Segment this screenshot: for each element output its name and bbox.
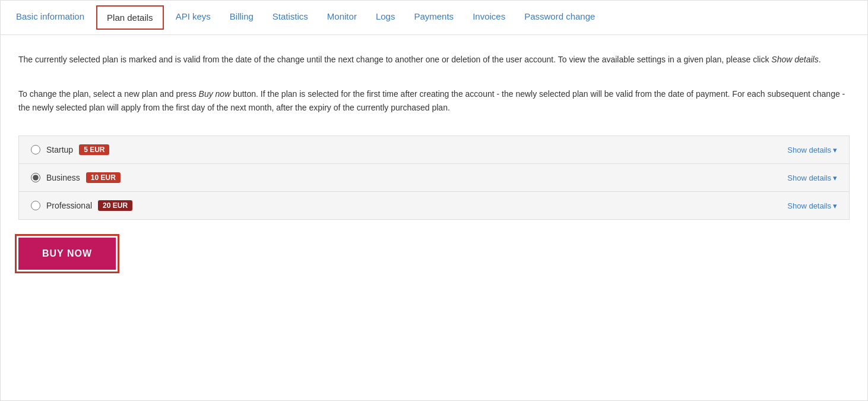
buy-now-link-text: Buy now bbox=[199, 89, 231, 99]
tab-api-keys[interactable]: API keys bbox=[166, 1, 220, 34]
description-2-start: To change the plan, select a new plan an… bbox=[18, 89, 199, 99]
plan-radio-business[interactable] bbox=[31, 173, 40, 182]
plan-radio-professional[interactable] bbox=[31, 201, 40, 210]
buy-now-button[interactable]: BUY NOW bbox=[18, 238, 116, 270]
description-paragraph-2: To change the plan, select a new plan an… bbox=[18, 87, 850, 114]
plan-row-startup: Startup 5 EUR Show details ▾ bbox=[19, 136, 849, 164]
plan-left-business: Business 10 EUR bbox=[31, 172, 121, 183]
tab-payments[interactable]: Payments bbox=[404, 1, 463, 34]
plan-badge-professional: 20 EUR bbox=[98, 200, 132, 211]
plan-badge-business: 10 EUR bbox=[86, 172, 121, 183]
chevron-startup-icon: ▾ bbox=[833, 146, 837, 154]
show-details-startup[interactable]: Show details ▾ bbox=[787, 146, 837, 154]
tab-logs[interactable]: Logs bbox=[366, 1, 405, 34]
plan-badge-startup: 5 EUR bbox=[79, 144, 109, 155]
chevron-business-icon: ▾ bbox=[833, 173, 837, 182]
tab-basic-information[interactable]: Basic information bbox=[7, 1, 94, 34]
plan-radio-startup[interactable] bbox=[31, 145, 40, 154]
plan-name-professional: Professional bbox=[46, 201, 92, 210]
plan-left-startup: Startup 5 EUR bbox=[31, 144, 109, 155]
chevron-professional-icon: ▾ bbox=[833, 201, 837, 210]
plan-list: Startup 5 EUR Show details ▾ Business 10… bbox=[18, 135, 850, 220]
plan-left-professional: Professional 20 EUR bbox=[31, 200, 132, 211]
show-details-professional[interactable]: Show details ▾ bbox=[787, 201, 837, 210]
main-content: The currently selected plan is marked an… bbox=[1, 35, 867, 293]
show-details-link-text: Show details bbox=[771, 55, 818, 64]
show-details-business[interactable]: Show details ▾ bbox=[787, 173, 837, 182]
description-1-text: The currently selected plan is marked an… bbox=[18, 55, 771, 64]
plan-name-business: Business bbox=[46, 173, 80, 182]
plan-row-business: Business 10 EUR Show details ▾ bbox=[19, 164, 849, 192]
tab-billing[interactable]: Billing bbox=[220, 1, 263, 34]
tab-password-change[interactable]: Password change bbox=[515, 1, 604, 34]
page-container: Basic information Plan details API keys … bbox=[0, 0, 868, 401]
navigation: Basic information Plan details API keys … bbox=[1, 1, 867, 35]
tab-monitor[interactable]: Monitor bbox=[318, 1, 366, 34]
description-1-end: . bbox=[819, 55, 821, 64]
buy-now-wrapper: BUY NOW bbox=[18, 238, 850, 270]
plan-name-startup: Startup bbox=[46, 145, 73, 154]
tab-statistics[interactable]: Statistics bbox=[263, 1, 318, 34]
description-paragraph-1: The currently selected plan is marked an… bbox=[18, 53, 850, 66]
tab-plan-details[interactable]: Plan details bbox=[96, 5, 164, 30]
tab-invoices[interactable]: Invoices bbox=[463, 1, 515, 34]
plan-row-professional: Professional 20 EUR Show details ▾ bbox=[19, 192, 849, 219]
